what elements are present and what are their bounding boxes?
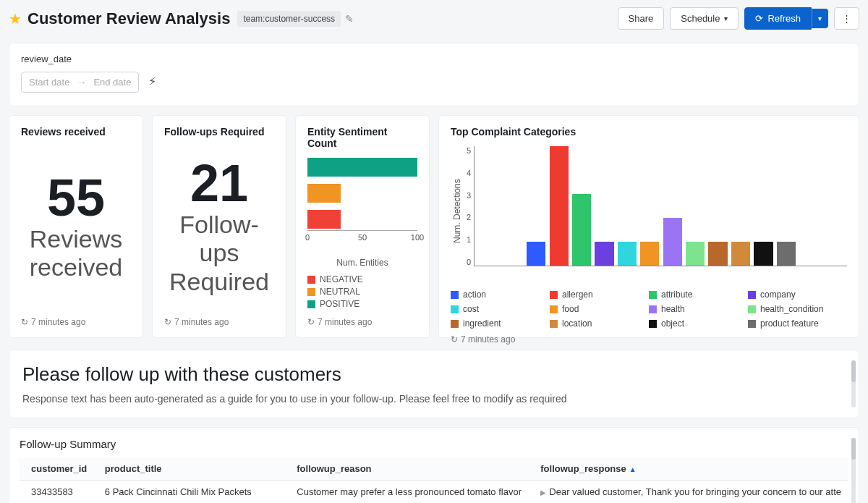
x-axis-label: Num. Entities [307, 258, 417, 268]
section-subtitle: Response text has been auto-generated as… [22, 393, 846, 405]
arrow-right-icon: → [77, 77, 86, 88]
refresh-label: Refresh [767, 13, 801, 24]
reviews-label: Reviews received [21, 225, 131, 282]
cell-customer-id: 33433583 [20, 481, 98, 504]
clock-icon: ↻ [307, 317, 315, 327]
col-customer-id[interactable]: customer_id [20, 457, 98, 481]
sentiment-legend: NEGATIVE NEUTRAL POSITIVE [307, 272, 417, 311]
legend-item: location [550, 318, 649, 329]
legend-item: ingredient [451, 318, 550, 329]
page-title: Customer Review Analysis [27, 9, 230, 28]
ytick: 3 [467, 191, 471, 200]
bolt-icon[interactable]: ⚡︎ [148, 75, 156, 88]
cards-row: Reviews received 55 Reviews received ↻7 … [0, 112, 868, 341]
ytick: 1 [467, 235, 471, 244]
clock-icon: ↻ [451, 334, 458, 345]
filter-label: review_date [21, 54, 847, 64]
table-title: Follow-up Summary [20, 438, 848, 450]
followups-count: 21 [190, 157, 248, 209]
complaint-bar-chart: Num. Detections 5 4 3 2 1 0 [451, 146, 847, 276]
legend-item: NEGATIVE [307, 274, 417, 284]
col-product-title[interactable]: product_title [98, 457, 289, 481]
legend-item: POSITIVE [307, 299, 417, 309]
followups-label: Follow-ups Required [164, 211, 274, 295]
expand-icon[interactable]: ▶ [540, 489, 546, 496]
legend-item: health [649, 304, 748, 314]
reviews-received-card: Reviews received 55 Reviews received ↻7 … [9, 115, 143, 338]
legend-item: attribute [649, 289, 748, 300]
schedule-button[interactable]: Schedule▾ [670, 7, 739, 30]
bar-location [731, 242, 750, 266]
xtick: 0 [305, 233, 310, 242]
share-button[interactable]: Share [618, 7, 665, 30]
reviews-count: 55 [47, 172, 105, 224]
date-range-input[interactable]: Start date → End date [21, 72, 139, 93]
bar-health [663, 218, 682, 266]
xtick: 50 [358, 233, 367, 242]
follow-up-table: customer_id product_title followup_reaso… [20, 457, 848, 503]
followups-required-card: Follow-ups Required 21 Follow-ups Requir… [152, 115, 286, 338]
entity-sentiment-card: Entity Sentiment Count 0 50 100 Num. Ent… [295, 115, 430, 338]
team-tag[interactable]: team:customer-success [237, 11, 341, 27]
scrollbar[interactable] [851, 438, 856, 503]
bar-food [640, 242, 659, 266]
pencil-icon[interactable]: ✎ [345, 13, 354, 25]
star-icon[interactable]: ★ [9, 10, 22, 28]
plot-area [474, 146, 847, 266]
bar-ingredient [708, 242, 727, 266]
schedule-label: Schedule [681, 13, 720, 24]
clock-icon: ↻ [164, 317, 171, 327]
bar-attribute [572, 194, 591, 266]
col-followup-response[interactable]: followup_response▲ [533, 457, 848, 481]
card-timestamp: ↻7 minutes ago [307, 317, 417, 327]
table-header-row: customer_id product_title followup_reaso… [20, 457, 848, 481]
legend-item: action [451, 289, 550, 300]
legend-item: object [649, 318, 748, 329]
cell-product-title: 6 Pack Cincinnati Chili Mix Packets [98, 481, 289, 504]
card-title: Follow-ups Required [164, 126, 274, 138]
clock-icon: ↻ [21, 317, 28, 327]
card-timestamp: ↻7 minutes ago [451, 334, 847, 345]
start-date-placeholder: Start date [29, 77, 69, 88]
bar-cost [618, 242, 637, 266]
refresh-button[interactable]: ⟳Refresh [744, 7, 812, 30]
more-menu-button[interactable]: ⋮ [834, 7, 859, 30]
card-timestamp: ↻7 minutes ago [164, 317, 274, 327]
legend-item: cost [451, 304, 550, 314]
top-complaint-categories-card: Top Complaint Categories Num. Detections… [438, 115, 859, 338]
ytick: 0 [467, 258, 471, 266]
card-title: Reviews received [21, 126, 131, 138]
table-row[interactable]: 334335836 Pack Cincinnati Chili Mix Pack… [20, 481, 848, 504]
end-date-placeholder: End date [93, 77, 131, 88]
refresh-icon: ⟳ [755, 13, 763, 24]
y-axis-label: Num. Detections [451, 146, 464, 276]
legend-item: food [550, 304, 649, 314]
cell-followup-response: ▶Dear valued customer, Thank you for bri… [533, 481, 848, 504]
y-axis: 5 4 3 2 1 0 [464, 146, 474, 266]
card-title: Top Complaint Categories [451, 126, 847, 138]
follow-up-summary-card: Follow-up Summary customer_id product_ti… [9, 427, 859, 503]
refresh-dropdown-button[interactable]: ▾ [812, 9, 828, 28]
kebab-icon: ⋮ [842, 13, 851, 24]
section-title: Please follow up with these customers [22, 363, 846, 386]
follow-up-section: Please follow up with these customers Re… [9, 350, 859, 418]
complaint-legend: actionallergenattributecompanycostfoodhe… [451, 289, 847, 329]
bar-health_condition [686, 242, 705, 266]
card-timestamp: ↻7 minutes ago [21, 317, 131, 327]
bar-allergen [550, 146, 569, 266]
legend-item: company [748, 289, 847, 300]
share-label: Share [629, 13, 654, 24]
legend-item: allergen [550, 289, 649, 300]
chevron-down-icon: ▾ [818, 14, 822, 22]
legend-item: health_condition [748, 304, 847, 314]
col-followup-reason[interactable]: followup_reason [289, 457, 533, 481]
filter-card: review_date Start date → End date ⚡︎ [9, 43, 859, 106]
bar-neutral [307, 184, 341, 203]
ytick: 5 [467, 146, 471, 155]
bar-positive [307, 158, 417, 177]
ytick: 4 [467, 169, 471, 177]
scrollbar[interactable] [851, 360, 856, 407]
bar-object [754, 242, 773, 266]
xtick: 100 [411, 233, 424, 242]
sentiment-bar-chart: 0 50 100 [307, 158, 417, 239]
